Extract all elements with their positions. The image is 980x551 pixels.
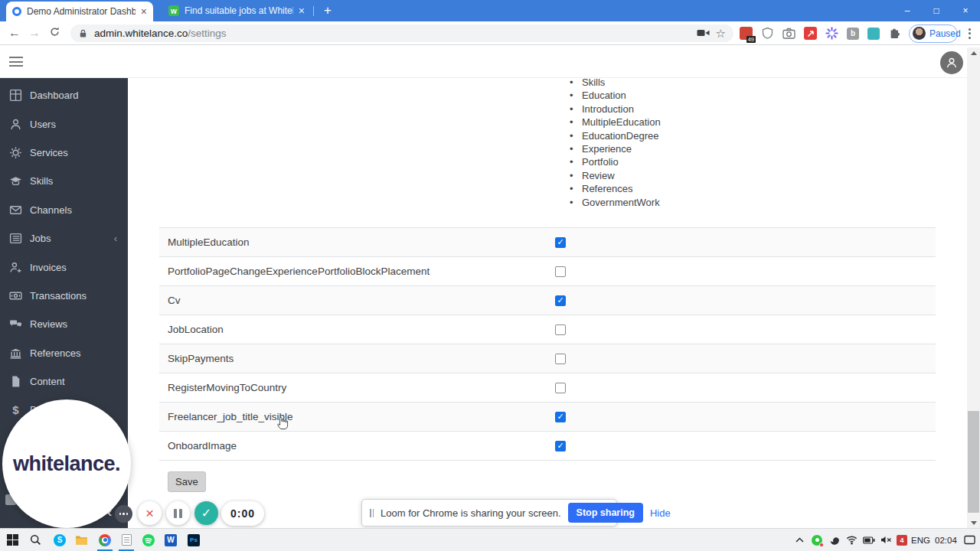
screenshot-camera-extension-icon[interactable] xyxy=(782,28,795,39)
minimize-button[interactable]: – xyxy=(893,0,922,21)
scroll-down-arrow[interactable] xyxy=(967,517,980,528)
loom-finish-button[interactable]: ✓ xyxy=(194,501,218,525)
media-camera-icon[interactable] xyxy=(697,28,710,38)
loom-more-options-icon[interactable] xyxy=(115,505,132,523)
tab-close-icon[interactable]: × xyxy=(299,5,305,16)
file-icon xyxy=(9,375,22,388)
taskbar-photoshop-icon[interactable]: Ps xyxy=(183,529,204,551)
tab-demo-admin-dashboard[interactable]: Demo Administrator Dashboard × xyxy=(6,2,153,21)
list-icon xyxy=(9,232,22,245)
loom-cancel-button[interactable]: × xyxy=(138,501,162,525)
taskbar-chrome-icon[interactable] xyxy=(94,529,116,551)
whitelance-favicon-icon: w xyxy=(168,5,179,16)
checkbox-registermoving[interactable] xyxy=(555,383,566,393)
file-explorer-icon[interactable] xyxy=(70,529,92,551)
checkbox-joblocation[interactable] xyxy=(555,324,566,335)
loom-extension-icon[interactable] xyxy=(825,27,838,40)
shield-extension-icon[interactable] xyxy=(761,27,774,40)
extension-badge: 49 xyxy=(746,36,756,44)
checkbox-skippayments[interactable] xyxy=(555,354,566,364)
tab-title: Find suitable jobs at Whitelance xyxy=(185,5,293,16)
list-item: Introduction xyxy=(567,103,661,116)
browser-menu-icon[interactable] xyxy=(966,28,973,39)
taskbar-spotify-icon[interactable] xyxy=(138,529,159,551)
search-icon[interactable] xyxy=(24,529,46,551)
drag-handle-icon[interactable] xyxy=(370,509,374,517)
sidebar-item-channels[interactable]: Channels xyxy=(0,196,128,224)
user-avatar[interactable] xyxy=(940,51,963,74)
loom-paused-button[interactable]: Paused xyxy=(909,24,958,43)
checkbox-freelancer-job-title[interactable] xyxy=(555,412,566,422)
loom-collapse-chevron[interactable]: ‹ xyxy=(107,504,112,520)
checkbox-portfoliopage[interactable] xyxy=(555,266,566,277)
notification-center-icon[interactable] xyxy=(959,529,980,551)
page-scrollbar[interactable] xyxy=(967,47,980,528)
sidebar-item-skills[interactable]: Skills xyxy=(0,167,128,195)
checkbox-cv[interactable] xyxy=(555,295,566,306)
table-row: SkipPayments xyxy=(159,344,936,373)
sidebar-item-transactions[interactable]: Transactions xyxy=(0,282,128,310)
url-text[interactable]: admin.whitelance.co/settings xyxy=(94,28,691,39)
browser-toolbar: ← → admin.whitelance.co/settings ☆ 49 b xyxy=(0,21,980,45)
tab-close-icon[interactable]: × xyxy=(141,6,147,17)
extensions-row: 49 b Paused xyxy=(740,21,973,45)
gear-icon xyxy=(9,146,22,159)
b-extension-icon[interactable]: b xyxy=(847,28,859,40)
user-icon xyxy=(9,118,22,131)
hamburger-menu-icon[interactable] xyxy=(9,57,23,67)
table-row: OnboardImage xyxy=(159,431,936,460)
table-row: MultipleEducation xyxy=(159,227,936,256)
checkbox-multipleeducation[interactable] xyxy=(555,237,566,248)
sidebar-item-invoices[interactable]: Invoices xyxy=(0,253,128,281)
paused-label: Paused xyxy=(929,28,961,39)
sidebar-item-jobs[interactable]: Jobs ‹ xyxy=(0,224,128,253)
teal-extension-icon[interactable] xyxy=(867,28,880,40)
checkbox-onboardimage[interactable] xyxy=(555,441,566,452)
lock-icon xyxy=(78,28,88,38)
extensions-puzzle-icon[interactable] xyxy=(888,28,900,40)
sidebar-item-reviews[interactable]: Reviews xyxy=(0,310,128,338)
table-row: Cv xyxy=(159,285,936,315)
sidebar-item-users[interactable]: Users xyxy=(0,109,128,138)
sidebar-item-dashboard[interactable]: Dashboard xyxy=(0,81,128,109)
sidebar-item-services[interactable]: Services xyxy=(0,139,128,167)
hide-link[interactable]: Hide xyxy=(650,507,671,519)
tab-separator xyxy=(313,6,314,16)
scrollbar-thumb[interactable] xyxy=(968,411,979,513)
new-tab-button[interactable]: + xyxy=(318,2,337,20)
sidebar-item-content[interactable]: Content xyxy=(0,367,128,396)
list-item: MultipleEducation xyxy=(567,116,661,129)
loom-pause-button[interactable] xyxy=(166,501,190,525)
stop-sharing-button[interactable]: Stop sharing xyxy=(568,503,643,523)
taskbar-notes-icon[interactable] xyxy=(116,529,137,551)
scroll-up-arrow[interactable] xyxy=(967,47,980,58)
table-row: RegisterMovingToCountry xyxy=(159,373,936,402)
back-button[interactable]: ← xyxy=(5,26,24,40)
language-indicator[interactable]: ENG xyxy=(911,529,930,551)
cursor-pointer xyxy=(276,414,289,430)
refresh-button[interactable] xyxy=(44,26,64,41)
close-button[interactable]: × xyxy=(951,0,980,21)
lightshot-extension-icon[interactable] xyxy=(804,27,817,40)
save-button[interactable]: Save xyxy=(168,471,206,492)
list-item: Portfolio xyxy=(567,156,661,169)
taskbar-word-icon[interactable]: W xyxy=(160,529,181,551)
sidebar-item-references[interactable]: References xyxy=(0,339,128,367)
adblock-extension-icon[interactable]: 49 xyxy=(740,27,753,40)
bookmark-star-icon[interactable]: ☆ xyxy=(716,27,726,41)
tray-notification-badge-icon[interactable]: 4 xyxy=(891,529,913,551)
tab-find-jobs-whitelance[interactable]: w Find suitable jobs at Whitelance × xyxy=(162,0,311,21)
avatar xyxy=(913,27,926,40)
recording-timer: 0:00 xyxy=(221,501,264,526)
maximize-button[interactable]: □ xyxy=(922,0,951,21)
start-button[interactable] xyxy=(2,529,23,551)
table-row: PortfolioPageChangeExperiencePortfolioBl… xyxy=(159,256,936,285)
clock[interactable]: 02:04 xyxy=(935,529,957,551)
list-item: Skills xyxy=(567,77,661,90)
whitelance-logo: whitelance. xyxy=(13,452,120,476)
taskbar-skype-icon[interactable]: S xyxy=(49,529,70,551)
chat-bubbles-icon xyxy=(9,318,22,331)
windows-taskbar: S W Ps xyxy=(0,528,980,551)
url-bar[interactable]: admin.whitelance.co/settings ☆ xyxy=(70,24,733,42)
dashboard-icon xyxy=(9,89,22,102)
